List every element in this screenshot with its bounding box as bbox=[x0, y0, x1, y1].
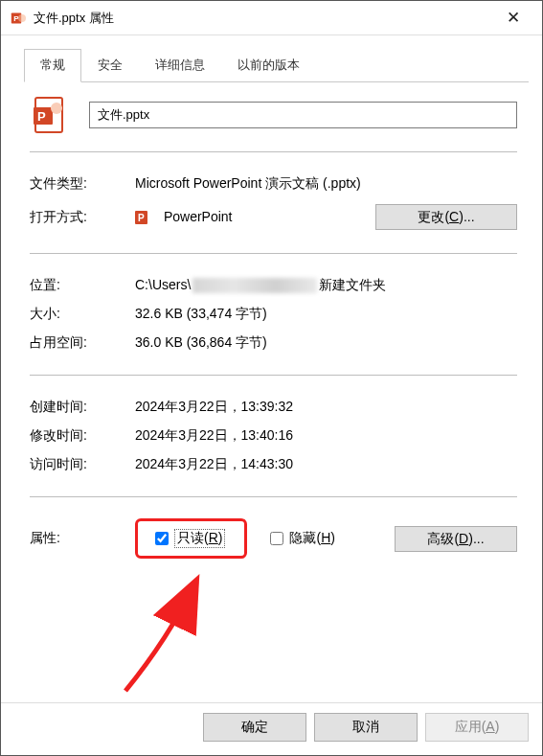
readonly-checkbox[interactable] bbox=[155, 532, 169, 545]
tab-general[interactable]: 常规 bbox=[24, 49, 81, 82]
accessed-value: 2024年3月22日，14:43:30 bbox=[135, 456, 517, 473]
svg-point-2 bbox=[18, 14, 26, 22]
change-button[interactable]: 更改(C)... bbox=[375, 204, 517, 230]
properties-dialog: P 文件.pptx 属性 ✕ 常规 安全 详细信息 以前的版本 P 文件类型: … bbox=[0, 0, 543, 756]
separator bbox=[30, 496, 517, 497]
separator bbox=[30, 253, 517, 254]
titlebar: P 文件.pptx 属性 ✕ bbox=[1, 1, 542, 35]
created-label: 创建时间: bbox=[30, 399, 135, 416]
separator bbox=[30, 375, 517, 376]
accessed-label: 访问时间: bbox=[30, 456, 135, 473]
readonly-checkbox-wrap[interactable]: 只读(R) bbox=[151, 529, 225, 548]
apply-button[interactable]: 应用(A) bbox=[425, 713, 529, 742]
readonly-highlight-box: 只读(R) bbox=[135, 518, 247, 559]
disk-size-label: 占用空间: bbox=[30, 334, 135, 352]
svg-text:P: P bbox=[138, 213, 145, 223]
created-value: 2024年3月22日，13:39:32 bbox=[135, 399, 517, 416]
modified-value: 2024年3月22日，13:40:16 bbox=[135, 427, 517, 445]
disk-size-value: 36.0 KB (36,864 字节) bbox=[135, 334, 517, 352]
svg-text:P: P bbox=[37, 109, 46, 124]
powerpoint-icon: P bbox=[11, 11, 26, 26]
attributes-label: 属性: bbox=[30, 530, 135, 547]
cancel-button[interactable]: 取消 bbox=[314, 713, 418, 742]
location-prefix: C:\Users\ bbox=[135, 277, 191, 292]
dialog-footer: 确定 取消 应用(A) bbox=[1, 702, 542, 755]
file-type-label: 文件类型: bbox=[30, 175, 135, 193]
open-with-label: 打开方式: bbox=[30, 209, 135, 226]
hidden-checkbox-wrap[interactable]: 隐藏(H) bbox=[266, 529, 334, 548]
modified-label: 修改时间: bbox=[30, 427, 135, 445]
advanced-button[interactable]: 高级(D)... bbox=[395, 526, 517, 552]
filename-input[interactable] bbox=[89, 102, 517, 128]
general-panel: P 文件类型: Microsoft PowerPoint 演示文稿 (.pptx… bbox=[1, 82, 542, 702]
tab-security[interactable]: 安全 bbox=[81, 49, 139, 82]
size-value: 32.6 KB (33,474 字节) bbox=[135, 306, 517, 323]
location-value: C:\Users\新建文件夹 bbox=[135, 277, 517, 294]
tab-details[interactable]: 详细信息 bbox=[139, 49, 221, 82]
location-label: 位置: bbox=[30, 277, 135, 294]
svg-point-6 bbox=[51, 103, 62, 114]
powerpoint-app-icon: P bbox=[135, 208, 154, 227]
window-title: 文件.pptx 属性 bbox=[34, 10, 494, 27]
file-type-icon: P bbox=[34, 96, 68, 134]
hidden-label: 隐藏(H) bbox=[289, 530, 334, 547]
file-type-value: Microsoft PowerPoint 演示文稿 (.pptx) bbox=[135, 175, 517, 193]
tab-bar: 常规 安全 详细信息 以前的版本 bbox=[1, 35, 542, 82]
readonly-label: 只读(R) bbox=[174, 529, 225, 548]
location-suffix: 新建文件夹 bbox=[319, 277, 386, 292]
close-button[interactable]: ✕ bbox=[494, 8, 532, 28]
tab-previous-versions[interactable]: 以前的版本 bbox=[221, 49, 316, 82]
ok-button[interactable]: 确定 bbox=[203, 713, 306, 742]
size-label: 大小: bbox=[30, 306, 135, 323]
open-with-value: P PowerPoint bbox=[135, 208, 375, 227]
redacted-path bbox=[192, 278, 317, 293]
separator bbox=[30, 151, 517, 152]
open-with-app-name: PowerPoint bbox=[164, 208, 233, 223]
hidden-checkbox[interactable] bbox=[270, 532, 283, 545]
